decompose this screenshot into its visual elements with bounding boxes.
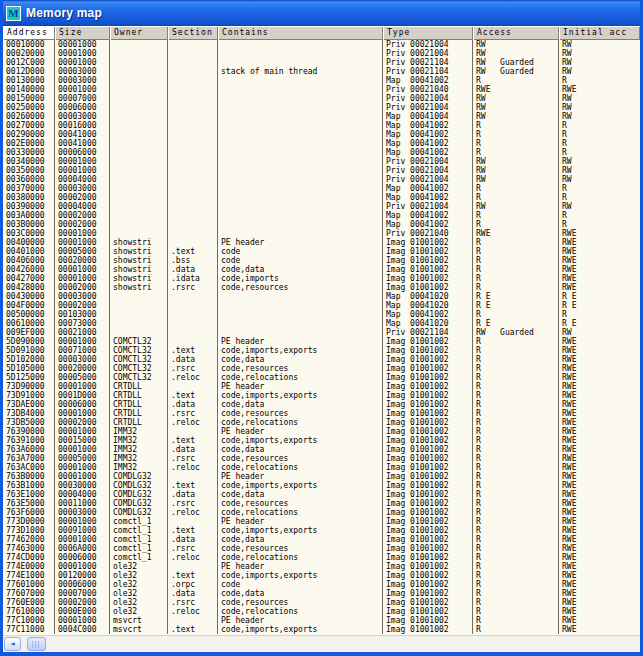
table-row[interactable]: 009EF00000021000Priv 00021104RW GuardedR…: [3, 328, 640, 337]
table-cell: PE header: [218, 382, 383, 391]
table-cell: .reloc: [168, 418, 218, 427]
table-cell: RWE: [559, 355, 640, 364]
table-row[interactable]: 0012C00000001000Priv 00021104RW GuardedR…: [3, 58, 640, 67]
column-header-initial-acc[interactable]: Initial acc: [559, 26, 640, 40]
table-row[interactable]: 0015000000007000Priv 00021004RWRW: [3, 94, 640, 103]
table-row[interactable]: 0034000000001000Priv 00021004RWRW: [3, 157, 640, 166]
table-row[interactable]: 7760E00000002000ole32.rsrccode,resources…: [3, 598, 640, 607]
table-row[interactable]: 774CD00000006000comctl_1.reloccode,reloc…: [3, 553, 640, 562]
table-row[interactable]: 0037000000003000Map 00041002RR: [3, 184, 640, 193]
table-row[interactable]: 0042800000002000showstri.rsrccode,resour…: [3, 283, 640, 292]
table-row[interactable]: 7760700000007000ole32.datacode,dataImag …: [3, 589, 640, 598]
table-row[interactable]: 763B000000001000COMDLG32PE headerImag 01…: [3, 472, 640, 481]
table-row[interactable]: 0061000000073000Map 00041020R ER E: [3, 319, 640, 328]
table-cell: RW Guarded: [473, 67, 559, 76]
memory-map-table-body[interactable]: 0001000000001000Priv 00021004RWRW0002000…: [3, 40, 640, 635]
column-header-type[interactable]: Type: [383, 26, 473, 40]
table-row[interactable]: 73DB400000001000CRTDLL.rsrccode,resource…: [3, 409, 640, 418]
table-cell: RWE: [559, 445, 640, 454]
table-row[interactable]: 0029000000041000Map 00041002RR: [3, 130, 640, 139]
table-row[interactable]: 0039000000004000Priv 00021004RWRW: [3, 202, 640, 211]
table-row[interactable]: 5D10200000003000COMCTL32.datacode,dataIm…: [3, 355, 640, 364]
table-row[interactable]: 73DAE00000006000CRTDLL.datacode,dataImag…: [3, 400, 640, 409]
table-row[interactable]: 77C1000000001000msvcrtPE headerImag 0100…: [3, 616, 640, 625]
table-row[interactable]: 7760100000006000ole32.orpccodeImag 01001…: [3, 580, 640, 589]
table-cell: Priv 00021040: [383, 229, 473, 238]
table-cell: RW: [559, 103, 640, 112]
table-row[interactable]: 5D09000000001000COMCTL32PE headerImag 01…: [3, 337, 640, 346]
titlebar[interactable]: M Memory map: [3, 0, 640, 26]
table-row[interactable]: 776100000000E000ole32.reloccode,relocati…: [3, 607, 640, 616]
table-row[interactable]: 5D12500000005000COMCTL32.reloccode,reloc…: [3, 373, 640, 382]
table-row[interactable]: 7639000000001000IMM32PE headerImag 01001…: [3, 427, 640, 436]
table-row[interactable]: 0043000000003000Map 00041020R ER E: [3, 292, 640, 301]
table-row[interactable]: 003A000000002000Map 00041002RR: [3, 211, 640, 220]
table-row[interactable]: 763F600000003000COMDLG32.reloccode,reloc…: [3, 508, 640, 517]
table-row[interactable]: 774E100000120000ole32.textcode,imports,e…: [3, 571, 640, 580]
table-row[interactable]: 77C110000004C000msvcrt.textcode,imports,…: [3, 625, 640, 634]
scroll-left-button[interactable]: ◄: [4, 637, 21, 651]
table-row[interactable]: 0033000000006000Map 00041002RR: [3, 148, 640, 157]
table-row[interactable]: 0050000000103000Map 00041002RR: [3, 310, 640, 319]
table-cell: 763E5000: [3, 499, 55, 508]
table-cell: R: [473, 346, 559, 355]
table-row[interactable]: 773D000000001000comctl_1PE headerImag 01…: [3, 517, 640, 526]
column-header-size[interactable]: Size: [55, 26, 110, 40]
table-row[interactable]: 763AC00000001000IMM32.reloccode,relocati…: [3, 463, 640, 472]
column-header-section[interactable]: Section: [168, 26, 218, 40]
column-header-contains[interactable]: Contains: [218, 26, 383, 40]
table-cell: R: [473, 373, 559, 382]
table-row[interactable]: 774630000006A000comctl_1.rsrccode,resour…: [3, 544, 640, 553]
table-row[interactable]: 5D10500000020000COMCTL32.rsrccode,resour…: [3, 364, 640, 373]
column-header-access[interactable]: Access: [473, 26, 559, 40]
table-row[interactable]: 763A700000005000IMM32.rsrccode,resources…: [3, 454, 640, 463]
table-row[interactable]: 763A600000001000IMM32.datacode,dataImag …: [3, 445, 640, 454]
table-row[interactable]: 003B000000002000Map 00041002RR: [3, 220, 640, 229]
table-row[interactable]: 0036000000004000Priv 00021004RWRW: [3, 175, 640, 184]
table-row[interactable]: 002E000000041000Map 00041002RR: [3, 139, 640, 148]
column-header-owner[interactable]: Owner: [110, 26, 168, 40]
table-row[interactable]: 763B100000030000COMDLG32.textcode,import…: [3, 481, 640, 490]
table-row[interactable]: 0012D00000003000stack of main threadPriv…: [3, 67, 640, 76]
table-row[interactable]: 0025000000006000Priv 00021004RWRW: [3, 103, 640, 112]
table-row[interactable]: 0042700000001000showstri.idatacode,impor…: [3, 274, 640, 283]
table-row[interactable]: 5D09100000071000COMCTL32.textcode,import…: [3, 346, 640, 355]
table-row[interactable]: 774E000000001000ole32PE headerImag 01001…: [3, 562, 640, 571]
table-row[interactable]: 773D100000091000comctl_1.textcode,import…: [3, 526, 640, 535]
table-row[interactable]: 0013000000003000Map 00041002RR: [3, 76, 640, 85]
table-row[interactable]: 73D9000000001000CRTDLLPE headerImag 0100…: [3, 382, 640, 391]
table-row[interactable]: 0042600000001000showstri.datacode,dataIm…: [3, 265, 640, 274]
table-cell: [110, 103, 168, 112]
table-row[interactable]: 0040600000020000showstri.bsscodeImag 010…: [3, 256, 640, 265]
table-row[interactable]: 7746200000001000comctl_1.datacode,dataIm…: [3, 535, 640, 544]
table-cell: .rsrc: [168, 454, 218, 463]
table-row[interactable]: 0001000000001000Priv 00021004RWRW: [3, 40, 640, 49]
table-row[interactable]: 7639100000015000IMM32.textcode,imports,e…: [3, 436, 640, 445]
table-cell: 00001000: [55, 49, 110, 58]
table-row[interactable]: 0014000000001000Priv 00021040RWERWE: [3, 85, 640, 94]
table-cell: 774E1000: [3, 571, 55, 580]
column-header-address[interactable]: Address: [3, 26, 55, 40]
table-row[interactable]: 73DB500000002000CRTDLL.reloccode,relocat…: [3, 418, 640, 427]
table-row[interactable]: 0027000000016000Map 00041002RR: [3, 121, 640, 130]
table-row[interactable]: 0035000000001000Priv 00021004RWRW: [3, 166, 640, 175]
table-cell: 00003000: [55, 112, 110, 121]
table-row[interactable]: 763E500000011000COMDLG32.rsrccode,resour…: [3, 499, 640, 508]
table-row[interactable]: 73D910000001D000CRTDLL.textcode,imports,…: [3, 391, 640, 400]
table-cell: 00400000: [3, 238, 55, 247]
table-row[interactable]: 763E100000004000COMDLG32.datacode,dataIm…: [3, 490, 640, 499]
table-row[interactable]: 0002000000001000Priv 00021004RWRW: [3, 49, 640, 58]
table-row[interactable]: 0038000000002000Map 00041002RR: [3, 193, 640, 202]
table-row[interactable]: 004F000000002000Map 00041020R ER E: [3, 301, 640, 310]
table-row[interactable]: 003C000000001000Priv 00021040RWERWE: [3, 229, 640, 238]
horizontal-scrollbar[interactable]: ◄: [3, 635, 640, 652]
table-cell: [168, 202, 218, 211]
table-cell: RW Guarded: [473, 328, 559, 337]
table-row[interactable]: 0040100000005000showstri.textcodeImag 01…: [3, 247, 640, 256]
table-row[interactable]: 0026000000003000Map 00041004RWRW: [3, 112, 640, 121]
table-cell: Priv 00021004: [383, 40, 473, 49]
table-cell: R: [473, 463, 559, 472]
table-cell: .orpc: [168, 580, 218, 589]
table-row[interactable]: 0040000000001000showstriPE headerImag 01…: [3, 238, 640, 247]
scrollbar-thumb[interactable]: [27, 637, 46, 651]
